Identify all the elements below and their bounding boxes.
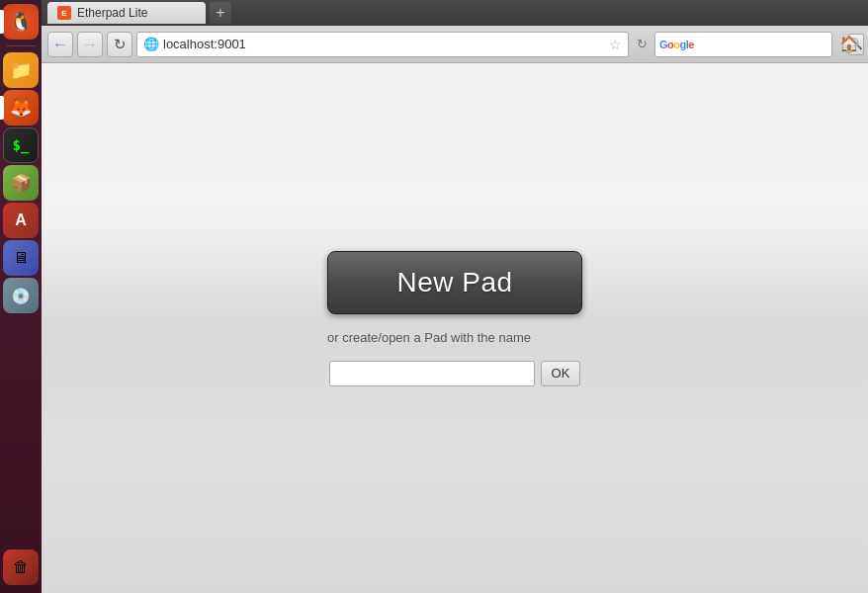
search-input[interactable] [697, 38, 845, 51]
search-bar: Google 🔍 [654, 32, 832, 57]
terminal-launcher-icon[interactable]: $_ [3, 127, 39, 163]
disc-launcher-icon[interactable]: 💿 [3, 278, 39, 313]
back-button[interactable]: ← [47, 32, 73, 57]
browser-window: E Etherpad Lite + ← → ↻ 🌐 localhost:9001… [42, 0, 868, 593]
address-globe-icon: 🌐 [143, 37, 159, 51]
pad-name-input[interactable] [329, 361, 535, 386]
forward-button[interactable]: → [77, 32, 103, 57]
ok-button[interactable]: OK [541, 361, 580, 386]
home-icon: 🏠 [839, 35, 859, 53]
new-tab-button[interactable]: + [210, 2, 231, 24]
google-logo: Google [659, 39, 694, 50]
firefox-launcher-icon[interactable]: 🦊 [3, 90, 39, 126]
reload-icon[interactable]: ↻ [633, 37, 651, 51]
bookmark-star-icon[interactable]: ☆ [609, 37, 622, 52]
home-button[interactable]: 🏠 [836, 32, 862, 57]
ubuntu-launcher-icon[interactable]: 🐧 [3, 4, 39, 40]
display-launcher-icon[interactable]: 🖥 [3, 240, 39, 276]
nav-bar: ← → ↻ 🌐 localhost:9001 ☆ ↻ Google 🔍 [42, 26, 868, 63]
or-text: or create/open a Pad with the name [327, 330, 531, 345]
files-launcher-icon[interactable]: 📁 [3, 52, 39, 88]
address-bar[interactable]: 🌐 localhost:9001 ☆ [136, 32, 629, 57]
archive-launcher-icon[interactable]: 📦 [3, 165, 39, 201]
taskbar: 🐧 📁 🦊 $_ 📦 A 🖥 💿 🗑 [0, 0, 42, 593]
tab-favicon: E [57, 6, 71, 20]
tab-title: Etherpad Lite [77, 6, 147, 20]
new-pad-button[interactable]: New Pad [327, 251, 582, 314]
address-text: localhost:9001 [163, 37, 605, 51]
trash-launcher-icon[interactable]: 🗑 [3, 550, 39, 585]
refresh-button[interactable]: ↻ [107, 32, 132, 57]
active-tab[interactable]: E Etherpad Lite [47, 2, 206, 24]
abi-launcher-icon[interactable]: A [3, 203, 39, 238]
center-box: New Pad or create/open a Pad with the na… [327, 251, 582, 386]
page-content: New Pad or create/open a Pad with the na… [42, 63, 868, 593]
pad-name-row: OK [329, 361, 580, 386]
title-bar: E Etherpad Lite + [42, 0, 868, 26]
